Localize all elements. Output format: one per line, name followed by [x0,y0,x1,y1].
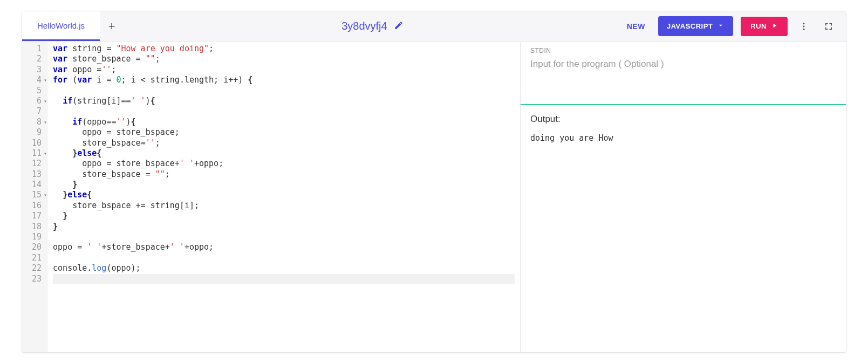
line-number: 9 [32,127,42,138]
line-number: 17 [32,211,42,221]
output-block: Output: doing you are How [521,105,846,352]
main-area: 1234567891011121314151617181920212223 va… [22,42,846,352]
code-line[interactable]: if(oppo==''){ [53,117,515,127]
code-line[interactable]: var store_bspace = ""; [53,54,515,64]
new-button-label: NEW [627,22,645,31]
stdin-block: STDIN [521,42,846,104]
line-number: 13 [32,169,42,180]
add-tab-button[interactable]: + [100,11,124,41]
line-number: 8 [32,117,42,127]
svg-point-1 [803,25,805,27]
run-button[interactable]: RUN [741,17,788,36]
line-number: 22 [32,263,42,273]
top-bar: HelloWorld.js + 3y8dvyfj4 NEW JAVASCRIPT [22,11,846,42]
code-line[interactable]: store_bspace += string[i]; [53,201,515,211]
language-label: JAVASCRIPT [667,22,713,30]
code-line[interactable]: console.log(oppo); [53,263,515,273]
stdin-label: STDIN [530,47,836,54]
code-line[interactable] [53,232,515,242]
code-line[interactable] [53,253,515,263]
project-id-area: 3y8dvyfj4 [124,11,621,41]
line-number: 3 [32,65,42,75]
more-vertical-icon [799,22,809,31]
line-number: 23 [32,274,42,284]
line-number: 6 [32,96,42,106]
play-icon [771,22,778,31]
code-line[interactable]: } [53,180,515,190]
code-line[interactable]: oppo = store_bspace+' '+oppo; [53,159,515,169]
edit-icon[interactable] [394,20,404,32]
file-tab[interactable]: HelloWorld.js [22,11,100,41]
code-line[interactable]: } [53,211,515,221]
code-line[interactable] [53,274,515,284]
line-number: 5 [32,86,42,96]
file-tab-label: HelloWorld.js [37,21,85,30]
line-number: 1 [32,44,42,54]
code-editor[interactable]: 1234567891011121314151617181920212223 va… [22,42,520,352]
line-number: 4 [32,75,42,85]
code-line[interactable]: oppo = ' '+store_bspace+' '+oppo; [53,242,515,252]
output-label: Output: [530,114,836,125]
code-line[interactable]: } [53,222,515,232]
line-number: 20 [32,242,42,252]
stdin-input[interactable] [530,59,836,91]
code-line[interactable]: var oppo =''; [53,65,515,75]
plus-icon: + [108,19,115,33]
output-text: doing you are How [530,133,836,143]
code-line[interactable]: var string = "How are you doing"; [53,44,515,54]
more-menu-button[interactable] [795,22,812,31]
new-button[interactable]: NEW [621,18,651,35]
app-container: HelloWorld.js + 3y8dvyfj4 NEW JAVASCRIPT [22,11,846,353]
io-panel: STDIN Output: doing you are How [520,42,846,352]
tabs-area: HelloWorld.js + [22,11,124,41]
line-number: 15 [32,190,42,200]
code-content[interactable]: var string = "How are you doing";var sto… [47,42,520,352]
line-number: 16 [32,201,42,211]
code-line[interactable] [53,86,515,96]
line-number: 7 [32,106,42,117]
run-button-label: RUN [750,22,767,30]
code-line[interactable]: }else{ [53,148,515,159]
code-line[interactable]: }else{ [53,190,515,200]
svg-point-0 [803,23,805,24]
line-number: 19 [32,232,42,242]
line-number: 18 [32,222,42,232]
code-line[interactable]: store_bspace=''; [53,138,515,148]
code-line[interactable]: oppo = store_bspace; [53,127,515,138]
code-line[interactable]: store_bspace = ""; [53,169,515,180]
line-number: 12 [32,159,42,169]
chevron-down-icon [717,22,725,31]
top-bar-actions: NEW JAVASCRIPT RUN [621,11,846,41]
code-line[interactable]: if(string[i]==' '){ [53,96,515,106]
line-number: 11 [32,148,42,159]
language-select-button[interactable]: JAVASCRIPT [658,16,733,36]
code-line[interactable] [53,106,515,117]
svg-point-2 [803,28,805,30]
fullscreen-button[interactable] [820,22,837,31]
line-number: 10 [32,138,42,148]
line-number-gutter: 1234567891011121314151617181920212223 [22,42,47,352]
line-number: 21 [32,253,42,263]
fullscreen-icon [824,22,833,31]
line-number: 2 [32,54,42,64]
project-id: 3y8dvyfj4 [341,20,387,32]
code-line[interactable]: for (var i = 0; i < string.length; i++) … [53,75,515,85]
line-number: 14 [32,180,42,190]
